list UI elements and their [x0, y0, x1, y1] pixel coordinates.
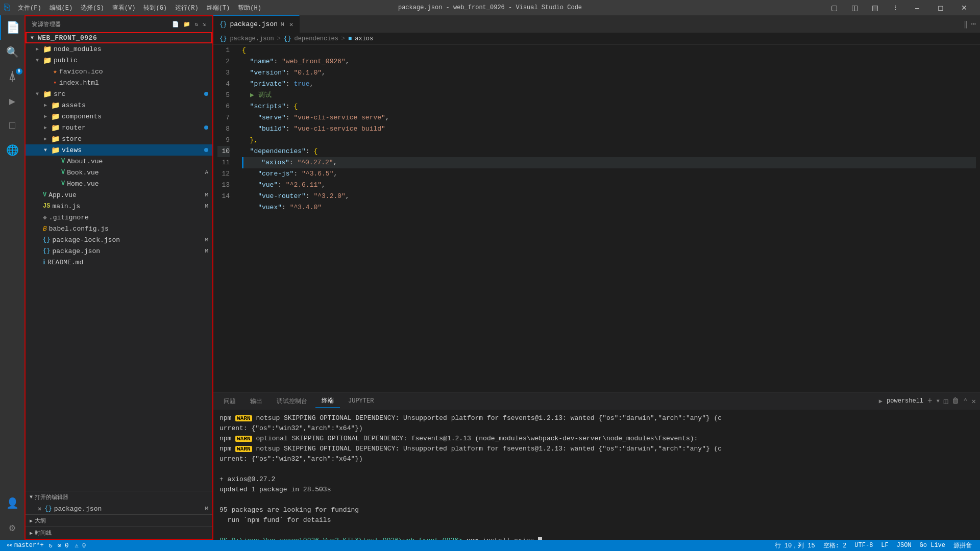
split-editor-icon[interactable]: ‖ — [964, 20, 968, 29]
activity-item-search[interactable]: 🔍 — [0, 40, 24, 64]
terminal-tab-jupyter[interactable]: JUPYTER — [342, 395, 380, 407]
menu-view[interactable]: 查看(V) — [108, 3, 140, 13]
breadcrumb-icon3: ■ — [348, 35, 352, 42]
tree-item-about[interactable]: V About.vue — [26, 156, 212, 167]
close-button[interactable]: ✕ — [952, 0, 976, 15]
split-button[interactable]: ◫ — [844, 0, 865, 15]
tree-item-book[interactable]: V Book.vue A — [26, 167, 212, 178]
terminal-trash-icon[interactable]: 🗑 — [952, 397, 959, 405]
activity-item-git[interactable]: ⍋ 8 — [0, 64, 24, 89]
breadcrumb-dependencies[interactable]: dependencies — [294, 35, 338, 42]
tree-item-babel[interactable]: B babel.config.js — [26, 223, 212, 234]
new-folder-icon[interactable]: 📁 — [183, 21, 191, 28]
breadcrumb-file[interactable]: package.json — [230, 35, 274, 42]
terminal-tab-terminal[interactable]: 终端 — [315, 394, 340, 408]
tree-item-assets[interactable]: ▶ 📁 assets — [26, 99, 212, 111]
activity-item-run[interactable]: ▶ — [0, 89, 24, 113]
status-warnings[interactable]: ⚠ 0 — [71, 542, 89, 549]
activity-item-extensions[interactable]: □ — [0, 113, 24, 138]
panel-button[interactable]: ▤ — [865, 0, 885, 15]
terminal-tab-debug[interactable]: 调试控制台 — [271, 395, 313, 408]
menu-file[interactable]: 文件(F) — [14, 3, 45, 13]
status-spaces[interactable]: 空格: 2 — [819, 541, 851, 550]
editor-area: {} package.json M ✕ ‖ ⋯ {} package.json … — [213, 15, 980, 540]
terminal-add-icon[interactable]: + — [927, 396, 933, 406]
tree-item-store[interactable]: ▶ 📁 store — [26, 133, 212, 144]
status-sync[interactable]: ↻ — [47, 542, 55, 549]
more-actions-icon[interactable]: ⋯ — [971, 19, 976, 29]
status-encoding[interactable]: UTF-8 — [850, 542, 877, 549]
terminal-split-icon[interactable]: ◫ — [944, 397, 948, 406]
close-icon[interactable]: ✕ — [38, 505, 41, 513]
status-line-col[interactable]: 行 10，列 15 — [771, 541, 819, 550]
minimize-button[interactable]: – — [905, 0, 929, 15]
timeline-title[interactable]: ▶ 时间线 — [26, 527, 212, 539]
collapse-icon[interactable]: ⇲ — [203, 21, 206, 28]
terminal-tab-issues[interactable]: 问题 — [217, 395, 242, 408]
tree-item-mainjs[interactable]: JS main.js M — [26, 201, 212, 212]
tree-item-pkgjson[interactable]: {} package.json M — [26, 245, 212, 257]
tree-item-views[interactable]: ▼ 📁 views — [26, 144, 212, 156]
tab-bar-actions[interactable]: ‖ ⋯ — [960, 15, 980, 33]
open-editors-title[interactable]: ▼ 打开的编辑器 — [26, 491, 212, 503]
activity-item-remote[interactable]: 🌐 — [0, 138, 24, 162]
menu-goto[interactable]: 转到(G) — [139, 3, 171, 13]
arrow-icon: ▶ — [44, 102, 51, 108]
menu-run[interactable]: 运行(R) — [171, 3, 203, 13]
menu-help[interactable]: 帮助(H) — [234, 3, 265, 13]
grid-button[interactable]: ⁝ — [885, 0, 905, 15]
tree-item-node-modules[interactable]: ▶ 📁 node_modules — [26, 43, 212, 55]
titlebar-controls[interactable]: ▢ ◫ ▤ ⁝ – ◻ ✕ — [824, 0, 976, 15]
status-errors[interactable]: ⊗ 0 — [55, 542, 72, 549]
terminal-hide-icon[interactable]: ⌃ — [963, 397, 967, 406]
tree-item-appvue[interactable]: V App.vue M — [26, 189, 212, 201]
activity-item-settings[interactable]: ⚙ — [0, 515, 24, 540]
status-lang[interactable]: JSON — [893, 542, 916, 549]
tree-item-public[interactable]: ▼ 📁 public — [26, 55, 212, 66]
code-line-11: "core-js": "^3.6.5", — [242, 168, 976, 180]
terminal-tab-output[interactable]: 输出 — [244, 395, 268, 408]
menu-select[interactable]: 选择(S) — [77, 3, 108, 13]
views-dot — [204, 148, 208, 152]
terminal-dropdown-icon[interactable]: ▼ — [937, 398, 940, 404]
tree-item-index-html[interactable]: ▪ index.html — [26, 77, 212, 88]
tree-item-readme[interactable]: ℹ README.md — [26, 257, 212, 268]
activity-item-explorer[interactable]: 📄 — [0, 15, 24, 40]
project-root[interactable]: ▼ WEB_FRONT_0926 — [26, 32, 212, 43]
status-golive[interactable]: Go Live — [916, 542, 949, 549]
open-editor-item-pkg[interactable]: ✕ {} package.json M — [26, 503, 212, 514]
terminal-area: 问题 输出 调试控制台 终端 JUPYTER ▶ powershell + ▼ … — [213, 392, 980, 540]
activity-item-accounts[interactable]: 👤 — [0, 491, 24, 515]
status-git-branch[interactable]: ⚯ master*+ — [4, 542, 47, 549]
tree-item-home[interactable]: V Home.vue — [26, 178, 212, 189]
menu-terminal[interactable]: 终端(T) — [203, 3, 234, 13]
tree-item-src[interactable]: ▼ 📁 src — [26, 88, 212, 99]
vue-icon: V — [61, 180, 65, 187]
file-label: assets — [62, 102, 86, 109]
tree-item-components[interactable]: ▶ 📁 components — [26, 111, 212, 122]
refresh-icon[interactable]: ↻ — [195, 21, 199, 28]
tab-package-json[interactable]: {} package.json M ✕ — [213, 15, 300, 33]
status-extra2[interactable]: 源拼音 — [949, 541, 976, 550]
tree-item-router[interactable]: ▶ 📁 router — [26, 122, 212, 133]
maximize-button[interactable]: ◻ — [929, 0, 952, 15]
tree-item-favicon[interactable]: ★ favicon.ico — [26, 66, 212, 77]
tab-close-button[interactable]: ✕ — [289, 20, 293, 29]
folder-icon: 📁 — [43, 56, 52, 65]
explorer-actions[interactable]: 📄 📁 ↻ ⇲ — [172, 21, 206, 28]
outline-title[interactable]: ▶ 大纲 — [26, 515, 212, 527]
menu-edit[interactable]: 编辑(E) — [45, 3, 77, 13]
new-file-icon[interactable]: 📄 — [172, 21, 180, 28]
terminal-close-icon[interactable]: ✕ — [972, 397, 976, 406]
tree-item-pkglock[interactable]: {} package-lock.json M — [26, 234, 212, 245]
status-eol[interactable]: LF — [877, 542, 892, 549]
terminal-content[interactable]: npm WARN notsup SKIPPING OPTIONAL DEPEND… — [213, 410, 980, 540]
folder-icon: 📁 — [51, 112, 60, 121]
json-icon: {} — [43, 247, 50, 255]
tree-item-gitignore[interactable]: ◆ .gitignore — [26, 212, 212, 223]
breadcrumb-axios[interactable]: axios — [355, 35, 373, 42]
branch-label: master*+ — [14, 542, 44, 549]
layout-button[interactable]: ▢ — [824, 0, 844, 15]
titlebar-menu[interactable]: 文件(F) 编辑(E) 选择(S) 查看(V) 转到(G) 运行(R) 终端(T… — [14, 3, 265, 13]
terminal-shell-label: powershell — [887, 397, 923, 405]
